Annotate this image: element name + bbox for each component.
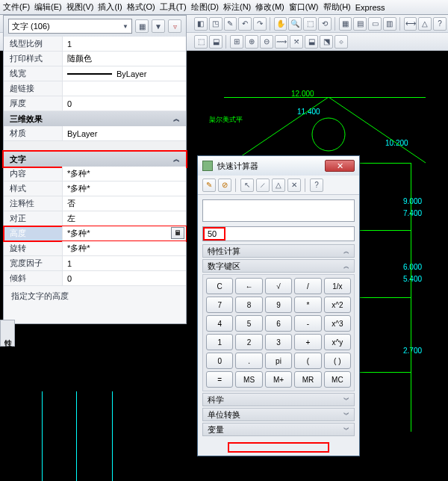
tool-icon[interactable]: ◳ [209,17,223,31]
tool-icon[interactable]: ↶ [238,17,252,31]
prop-value[interactable] [62,81,186,96]
key-pi[interactable]: pi [265,353,292,369]
toggle-pick-icon[interactable]: ▦ [135,19,149,33]
tool-icon[interactable]: ⤧ [290,35,303,49]
key-4[interactable]: 4 [206,315,233,332]
prop-value-height[interactable]: *多种* 🖩 [62,226,186,241]
key-0[interactable]: 0 [206,353,233,369]
key-mul[interactable]: * [294,297,321,313]
tool-icon[interactable]: ⬔ [320,35,333,49]
tool-icon[interactable]: ⬓ [209,35,223,49]
key-3[interactable]: 3 [265,334,292,350]
key-6[interactable]: 6 [265,315,292,332]
tool-icon[interactable]: ▤ [353,17,367,31]
calc-section-keys[interactable]: 数字键区︽ [202,259,355,273]
menu-edit[interactable]: 编辑(E) [34,1,62,13]
key-2[interactable]: 2 [235,334,262,350]
tool-icon[interactable]: ⟐ [335,35,348,49]
tool-icon[interactable]: ↷ [253,17,267,31]
section-header-3d[interactable]: 三维效果︽ [4,111,186,126]
tool-icon[interactable]: ⊞ [230,35,243,49]
menu-format[interactable]: 格式(O) [127,1,155,13]
prop-value[interactable]: 否 [62,196,186,211]
zoom-window-icon[interactable]: ⬚ [303,17,317,31]
key-pow[interactable]: x^y [324,334,351,350]
tool-icon[interactable]: △ [418,17,432,31]
dim-icon[interactable]: ⟷ [404,17,417,31]
tool-icon[interactable]: ⊕ [245,35,258,49]
calc-section-unit[interactable]: 单位转换︾ [202,408,355,421]
key-sq[interactable]: x^2 [324,297,351,313]
calc-tool-icon[interactable]: ⊘ [218,179,231,192]
filter-icon[interactable]: ▿ [168,19,181,33]
calc-input[interactable]: 50 [202,226,355,241]
zoom-prev-icon[interactable]: ⟲ [318,17,332,31]
menu-draw[interactable]: 绘图(D) [191,1,219,13]
menu-express[interactable]: Express [355,3,385,12]
pan-icon[interactable]: ✋ [274,17,287,31]
prop-value[interactable]: 随颜色 [62,52,186,66]
section-header-text[interactable]: 文字︽ [4,152,186,167]
key-div[interactable]: / [294,278,321,294]
prop-value[interactable]: 1 [62,37,186,51]
prop-value[interactable]: *多种* [62,167,186,181]
key-8[interactable]: 8 [235,297,262,313]
prop-value[interactable]: 0 [62,96,186,111]
key-mplus[interactable]: M+ [265,371,292,388]
object-type-select[interactable]: 文字 (106)▼ [8,19,132,34]
calc-help-icon[interactable]: ? [310,179,323,192]
menu-help[interactable]: 帮助(H) [323,1,351,13]
key-back[interactable]: ← [235,278,262,294]
menu-view[interactable]: 视图(V) [66,1,94,13]
tool-icon[interactable]: ⬓ [305,35,318,49]
calc-section-prop[interactable]: 特性计算︽ [202,244,355,258]
key-add[interactable]: + [294,334,321,350]
prop-value[interactable]: 1 [62,256,186,270]
key-9[interactable]: 9 [265,297,292,313]
prop-value[interactable]: *多种* [62,181,186,196]
tool-icon[interactable]: ◧ [194,17,208,31]
tool-icon[interactable]: ⊖ [260,35,273,49]
menu-dim[interactable]: 标注(N) [223,1,251,13]
key-ms[interactable]: MS [235,371,262,388]
menu-tools[interactable]: 工具(T) [160,1,187,13]
key-c[interactable]: C [206,278,233,294]
tool-icon[interactable]: ⬚ [194,35,208,49]
tool-icon[interactable]: ▦ [339,17,352,31]
key-5[interactable]: 5 [235,315,262,332]
calc-section-var[interactable]: 变量︾ [202,423,355,436]
key-mc[interactable]: MC [324,371,351,388]
key-eq[interactable]: = [206,371,233,388]
tool-icon[interactable]: ⟿ [275,35,288,49]
key-cube[interactable]: x^3 [324,315,351,332]
side-tab-properties[interactable]: 特性 [0,320,15,347]
calc-section-sci[interactable]: 科学︾ [202,393,355,406]
key-sqrt[interactable]: √ [265,278,292,294]
key-lparen[interactable]: ( [294,353,321,369]
calc-tool-icon[interactable]: ↖ [240,179,254,192]
help-icon[interactable]: ? [433,17,447,31]
prop-value[interactable]: ByLayer [62,126,186,140]
key-7[interactable]: 7 [206,297,233,313]
prop-value[interactable]: ByLayer [62,66,186,81]
tool-icon[interactable]: ▭ [368,17,382,31]
calc-input-value[interactable]: 50 [203,227,225,241]
tool-icon[interactable]: ▥ [383,17,396,31]
calc-tool-icon[interactable]: △ [272,179,285,192]
calc-titlebar[interactable]: 快速计算器 ✕ [198,156,359,176]
key-1[interactable]: 1 [206,334,233,350]
key-sub[interactable]: - [294,315,321,332]
calc-tool-icon[interactable]: ⟋ [256,179,270,192]
prop-value[interactable]: 左 [62,211,186,226]
key-inv[interactable]: 1/x [324,278,351,294]
tool-icon[interactable]: ✎ [224,17,237,31]
quick-select-icon[interactable]: ▼ [152,19,165,33]
calc-tool-icon[interactable]: ✕ [287,179,301,192]
calc-tool-icon[interactable]: ✎ [202,179,216,192]
zoom-icon[interactable]: 🔍 [288,17,302,31]
close-button[interactable]: ✕ [325,160,355,172]
menu-modify[interactable]: 修改(M) [255,1,284,13]
calculator-icon[interactable]: 🖩 [171,227,184,239]
menu-file[interactable]: 文件(F) [3,1,30,13]
prop-value[interactable]: 0 [62,271,186,285]
